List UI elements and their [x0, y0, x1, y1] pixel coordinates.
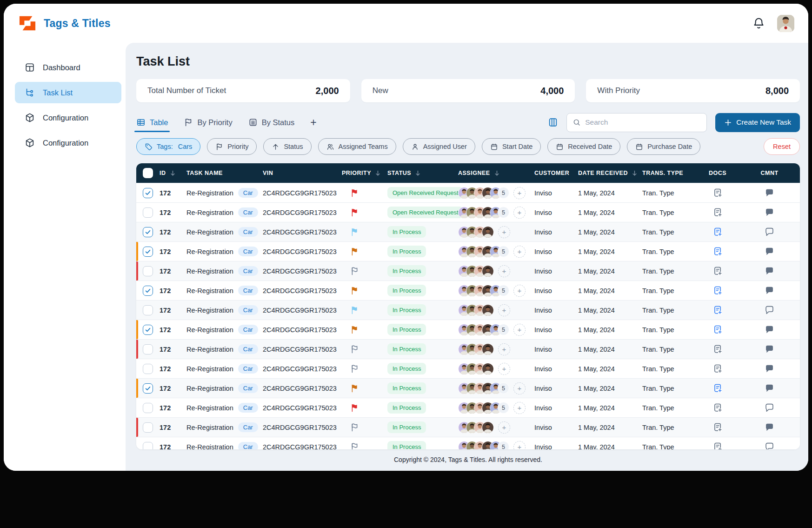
table-row[interactable]: 172 Re-Registration Car 2C4RDGCG9GR17502…	[136, 339, 800, 359]
search-input[interactable]	[585, 118, 701, 127]
add-assignee-button[interactable]: +	[498, 421, 510, 434]
row-checkbox[interactable]	[143, 364, 153, 374]
add-document-icon[interactable]	[713, 344, 723, 354]
comment-icon[interactable]	[765, 286, 774, 295]
tab-add[interactable]: +	[310, 113, 316, 132]
row-checkbox[interactable]	[143, 247, 153, 257]
row-checkbox[interactable]	[143, 422, 153, 433]
row-checkbox[interactable]	[143, 188, 153, 198]
comment-icon[interactable]	[765, 442, 774, 449]
comment-icon[interactable]	[765, 422, 774, 432]
assignee-overflow-count: 5	[498, 324, 509, 335]
row-checkbox[interactable]	[143, 266, 153, 276]
user-avatar[interactable]	[777, 15, 794, 32]
add-assignee-button[interactable]: +	[513, 285, 526, 297]
row-checkbox[interactable]	[143, 383, 153, 394]
add-assignee-button[interactable]: +	[513, 246, 526, 258]
column-header-assignee[interactable]: ASSIGNEE	[458, 170, 534, 177]
table-row[interactable]: 172 Re-Registration Car 2C4RDGCG9GR17502…	[136, 261, 800, 281]
add-assignee-button[interactable]: +	[513, 441, 526, 450]
add-document-icon[interactable]	[713, 207, 723, 217]
select-all-checkbox[interactable]	[143, 168, 153, 178]
filter-chip-assigned-user[interactable]: Assigned User	[403, 138, 475, 155]
add-document-icon[interactable]	[713, 188, 723, 198]
table-row[interactable]: 172 Re-Registration Car 2C4RDGCG9GR17502…	[136, 378, 800, 398]
sidebar-item-dashboard[interactable]: Dashboard	[15, 57, 121, 78]
row-checkbox[interactable]	[143, 305, 153, 315]
comment-icon[interactable]	[765, 247, 774, 256]
add-assignee-button[interactable]: +	[498, 226, 510, 238]
comment-icon[interactable]	[765, 403, 774, 413]
add-document-icon[interactable]	[713, 227, 723, 237]
bell-icon[interactable]	[752, 17, 765, 30]
columns-icon[interactable]	[548, 117, 558, 127]
comment-icon[interactable]	[765, 227, 774, 237]
add-assignee-button[interactable]: +	[498, 363, 510, 375]
column-header-date-received[interactable]: DATE RECEIVED	[578, 170, 642, 177]
row-checkbox[interactable]	[143, 286, 153, 296]
table-row[interactable]: 172 Re-Registration Car 2C4RDGCG9GR17502…	[136, 398, 800, 417]
comment-icon[interactable]	[765, 325, 774, 334]
add-assignee-button[interactable]: +	[513, 402, 526, 414]
add-document-icon[interactable]	[713, 364, 723, 374]
table-row[interactable]: 172 Re-Registration Car 2C4RDGCG9GR17502…	[136, 359, 800, 378]
row-checkbox[interactable]	[143, 344, 153, 354]
filter-chip-purchase-date[interactable]: Purchase Date	[627, 138, 700, 155]
sidebar-item-task-list[interactable]: Task List	[15, 82, 121, 103]
trans-type-value: Tran. Type	[642, 424, 696, 431]
comment-icon[interactable]	[765, 364, 774, 374]
row-checkbox[interactable]	[143, 207, 153, 218]
table-row[interactable]: 172 Re-Registration Car 2C4RDGCG9GR17502…	[136, 241, 800, 261]
filter-chip-priority[interactable]: Priority	[207, 138, 257, 155]
reset-button[interactable]: Reset	[764, 138, 800, 155]
filter-chip-tags[interactable]: Tags: Cars	[136, 138, 200, 155]
comment-icon[interactable]	[765, 266, 774, 276]
table-row[interactable]: 172 Re-Registration Car 2C4RDGCG9GR17502…	[136, 417, 800, 437]
table-row[interactable]: 172 Re-Registration Car 2C4RDGCG9GR17502…	[136, 300, 800, 320]
add-document-icon[interactable]	[713, 305, 723, 315]
table-row[interactable]: 172 Re-Registration Car 2C4RDGCG9GR17502…	[136, 222, 800, 241]
add-assignee-button[interactable]: +	[513, 382, 526, 394]
add-assignee-button[interactable]: +	[498, 304, 510, 316]
add-assignee-button[interactable]: +	[498, 265, 510, 277]
tab-table[interactable]: Table	[136, 113, 168, 132]
add-document-icon[interactable]	[713, 442, 723, 449]
table-row[interactable]: 172 Re-Registration Car 2C4RDGCG9GR17502…	[136, 202, 800, 222]
table-row[interactable]: 172 Re-Registration Car 2C4RDGCG9GR17502…	[136, 281, 800, 300]
column-header-id[interactable]: ID	[160, 170, 186, 177]
add-document-icon[interactable]	[713, 266, 723, 276]
add-document-icon[interactable]	[713, 325, 723, 334]
table-row[interactable]: 172 Re-Registration Car 2C4RDGCG9GR17502…	[136, 437, 800, 449]
comment-icon[interactable]	[765, 305, 774, 315]
comment-icon[interactable]	[765, 383, 774, 393]
row-checkbox[interactable]	[143, 227, 153, 237]
column-header-status[interactable]: STATUS	[387, 170, 458, 177]
table-row[interactable]: 172 Re-Registration Car 2C4RDGCG9GR17502…	[136, 320, 800, 339]
tab-by-status[interactable]: By Status	[248, 113, 295, 132]
comment-icon[interactable]	[765, 344, 774, 354]
filter-chip-status[interactable]: Status	[263, 138, 311, 155]
add-assignee-button[interactable]: +	[513, 324, 526, 336]
comment-icon[interactable]	[765, 188, 774, 198]
filter-chip-received-date[interactable]: Received Date	[547, 138, 620, 155]
table-row[interactable]: 172 Re-Registration Car 2C4RDGCG9GR17502…	[136, 183, 800, 202]
filter-chip-start-date[interactable]: Start Date	[482, 138, 541, 155]
sidebar-item-configuration[interactable]: Configuration	[15, 107, 121, 128]
add-assignee-button[interactable]: +	[513, 207, 526, 219]
column-header-priority[interactable]: PRIORITY	[342, 170, 387, 177]
add-document-icon[interactable]	[713, 403, 723, 413]
add-document-icon[interactable]	[713, 286, 723, 295]
add-document-icon[interactable]	[713, 247, 723, 256]
row-checkbox[interactable]	[143, 403, 153, 413]
create-new-task-button[interactable]: Create New Task	[715, 113, 800, 132]
tab-by-priority[interactable]: By Priority	[184, 113, 232, 132]
sidebar-item-configuration-2[interactable]: Configuration	[15, 132, 121, 154]
row-checkbox[interactable]	[143, 442, 153, 450]
add-assignee-button[interactable]: +	[513, 187, 526, 199]
add-document-icon[interactable]	[713, 422, 723, 432]
add-assignee-button[interactable]: +	[498, 343, 510, 355]
filter-chip-assigned-teams[interactable]: Assigned Teams	[318, 138, 396, 155]
comment-icon[interactable]	[765, 207, 774, 217]
row-checkbox[interactable]	[143, 325, 153, 335]
add-document-icon[interactable]	[713, 383, 723, 393]
